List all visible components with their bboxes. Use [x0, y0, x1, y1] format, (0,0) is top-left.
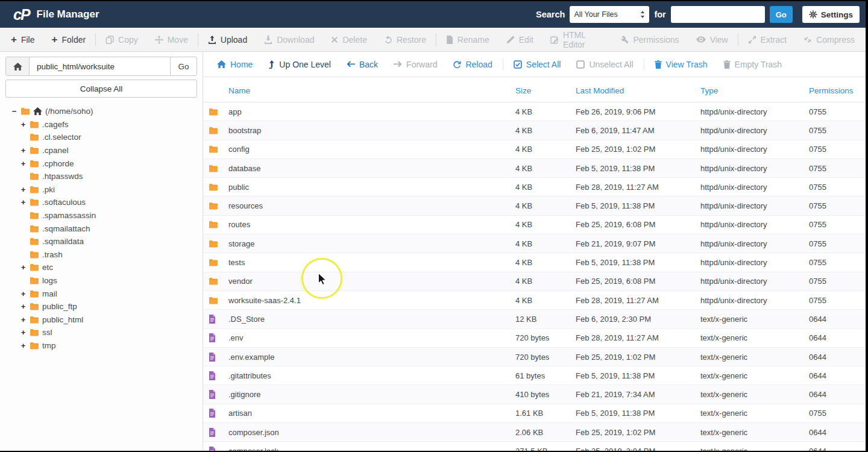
- table-row[interactable]: config 4 KB Feb 25, 2019, 1:02 PM httpd/…: [203, 140, 866, 159]
- expand-toggle-icon[interactable]: +: [20, 185, 27, 194]
- tree-item-softaculous[interactable]: + .softaculous: [5, 196, 197, 209]
- nav-button-view-trash[interactable]: View Trash: [647, 60, 715, 69]
- toolbar-button-rename[interactable]: Rename: [438, 28, 498, 51]
- table-row[interactable]: database 4 KB Feb 5, 2019, 11:38 PM http…: [203, 159, 866, 178]
- tree-item-logs[interactable]: logs: [5, 274, 197, 287]
- toolbar-divider: [95, 33, 96, 46]
- expand-toggle-icon[interactable]: +: [20, 315, 27, 324]
- toolbar-button-edit[interactable]: Edit: [498, 28, 542, 51]
- column-header-type[interactable]: Type: [700, 86, 809, 95]
- folder-icon: [203, 165, 228, 172]
- nav-button-up-one-level[interactable]: Up One Level: [260, 60, 339, 69]
- expand-toggle-icon[interactable]: +: [20, 328, 27, 337]
- key-icon: [620, 36, 629, 44]
- folder-icon: [203, 240, 228, 248]
- nav-button-back[interactable]: Back: [339, 60, 386, 69]
- toolbar-button-copy[interactable]: Copy: [97, 28, 146, 51]
- expand-toggle-icon[interactable]: +: [20, 120, 27, 129]
- toolbar-button-file[interactable]: + File: [2, 28, 43, 51]
- toolbar-button-upload[interactable]: Upload: [200, 28, 256, 51]
- toolbar-button-folder[interactable]: + Folder: [43, 28, 95, 51]
- nav-button-reload[interactable]: Reload: [445, 60, 500, 69]
- tree-item-cpanel[interactable]: + .cpanel: [5, 144, 197, 157]
- file-manager-app: cP File Manager Search All Your Files fo…: [0, 1, 866, 451]
- search-scope-select[interactable]: All Your Files: [570, 6, 649, 23]
- file-icon: [203, 447, 228, 451]
- settings-button[interactable]: Settings: [802, 6, 860, 23]
- expand-toggle-icon[interactable]: +: [20, 159, 27, 168]
- path-go-button[interactable]: Go: [170, 57, 197, 75]
- expand-toggle-icon[interactable]: +: [20, 289, 27, 298]
- tree-item-cl-selector[interactable]: .cl.selector: [5, 131, 197, 144]
- toolbar-button-restore[interactable]: Restore: [376, 28, 435, 51]
- tree-item-sqmailattach[interactable]: .sqmailattach: [5, 222, 197, 235]
- column-header-last-modified[interactable]: Last Modified: [576, 86, 700, 95]
- toolbar-divider: [198, 33, 198, 46]
- tree-item-etc[interactable]: + etc: [5, 261, 197, 274]
- toolbar-button-html-editor[interactable]: HTML Editor: [542, 28, 612, 51]
- expand-toggle-icon[interactable]: +: [20, 341, 27, 350]
- table-row[interactable]: bootstrap 4 KB Feb 6, 2019, 11:47 AM htt…: [203, 121, 866, 140]
- upload-icon: [208, 36, 216, 44]
- tree-item-pki[interactable]: + .pki: [5, 183, 197, 196]
- search-input[interactable]: [671, 6, 765, 23]
- table-row[interactable]: vendor 4 KB Feb 25, 2019, 6:08 PM httpd/…: [203, 272, 866, 291]
- table-row[interactable]: .DS_Store 12 KB Feb 6, 2019, 2:30 PM tex…: [203, 310, 866, 328]
- table-row[interactable]: .env.example 720 bytes Feb 25, 2019, 1:0…: [203, 348, 866, 366]
- tree-item-home-soho[interactable]: − (/home/soho): [5, 105, 197, 118]
- column-header-permissions[interactable]: Permissions: [809, 86, 866, 95]
- table-row[interactable]: artisan 1.61 KB Feb 5, 2019, 11:38 PM te…: [203, 404, 866, 423]
- table-row[interactable]: composer.json 2.06 KB Feb 25, 2019, 1:02…: [203, 423, 866, 442]
- toolbar-button-move[interactable]: Move: [146, 28, 197, 51]
- table-row[interactable]: .gitignore 410 bytes Feb 21, 2019, 7:34 …: [203, 385, 866, 404]
- tree-item-mail[interactable]: + mail: [5, 287, 197, 300]
- toolbar-button-extract[interactable]: Extract: [740, 28, 796, 51]
- path-input[interactable]: [30, 57, 170, 75]
- tree-item-spamassassin[interactable]: .spamassassin: [5, 209, 197, 222]
- tree-item-cagefs[interactable]: + .cagefs: [5, 118, 197, 131]
- extract-icon: [748, 36, 756, 44]
- toolbar-button-compress[interactable]: Compress: [795, 28, 863, 51]
- tree-item-ssl[interactable]: + ssl: [5, 326, 197, 339]
- html-editor-icon: [550, 36, 559, 44]
- table-row[interactable]: composer.lock 271.5 KB Feb 25, 2019, 3:0…: [203, 442, 866, 451]
- table-row[interactable]: app 4 KB Feb 26, 2019, 9:06 PM httpd/uni…: [203, 102, 866, 121]
- nav-button-home[interactable]: Home: [209, 60, 260, 69]
- tree-item-htpasswds[interactable]: .htpasswds: [5, 170, 197, 183]
- home-path-button[interactable]: [6, 57, 30, 75]
- toolbar-button-delete[interactable]: Delete: [322, 28, 375, 51]
- table-row[interactable]: .env 720 bytes Feb 28, 2019, 11:27 AM te…: [203, 329, 866, 348]
- table-row[interactable]: worksuite-saas-2.4.1 4 KB Feb 28, 2019, …: [203, 291, 866, 310]
- table-row[interactable]: storage 4 KB Feb 21, 2019, 9:07 PM httpd…: [203, 234, 866, 253]
- tree-item-cphorde[interactable]: + .cphorde: [5, 157, 197, 170]
- copy-icon: [105, 36, 114, 44]
- collapse-all-button[interactable]: Collapse All: [5, 80, 197, 98]
- toolbar-button-download[interactable]: Download: [256, 28, 322, 51]
- nav-button-select-all[interactable]: Select All: [506, 60, 569, 69]
- column-header-size[interactable]: Size: [515, 86, 576, 95]
- file-nav-bar: Home Up One Level Back Forward Reload Se…: [203, 52, 866, 77]
- table-row[interactable]: .gitattributes 61 bytes Feb 5, 2019, 11:…: [203, 366, 866, 385]
- search-label: Search: [536, 10, 565, 19]
- expand-toggle-icon[interactable]: +: [20, 263, 27, 272]
- table-row[interactable]: resources 4 KB Feb 5, 2019, 11:38 PM htt…: [203, 196, 866, 215]
- toolbar-button-permissions[interactable]: Permissions: [612, 28, 687, 51]
- table-row[interactable]: public 4 KB Feb 28, 2019, 11:27 AM httpd…: [203, 178, 866, 196]
- expand-toggle-icon[interactable]: +: [20, 146, 27, 155]
- tree-item-trash[interactable]: .trash: [5, 248, 197, 262]
- expand-toggle-icon[interactable]: +: [20, 302, 27, 311]
- column-header-name[interactable]: Name: [228, 86, 515, 95]
- tree-item-sqmaildata[interactable]: .sqmaildata: [5, 235, 197, 248]
- collapse-toggle-icon[interactable]: −: [11, 107, 17, 116]
- download-icon: [264, 36, 272, 44]
- table-row[interactable]: routes 4 KB Feb 25, 2019, 6:08 PM httpd/…: [203, 216, 866, 234]
- expand-toggle-icon[interactable]: +: [20, 198, 27, 207]
- plus-icon: +: [52, 34, 58, 45]
- toolbar-button-view[interactable]: View: [688, 28, 737, 51]
- search-go-button[interactable]: Go: [770, 6, 793, 23]
- tree-item-tmp[interactable]: + tmp: [5, 339, 197, 353]
- tree-item-public-ftp[interactable]: + public_ftp: [5, 300, 197, 313]
- gear-icon: [809, 10, 817, 19]
- table-row[interactable]: tests 4 KB Feb 5, 2019, 11:38 PM httpd/u…: [203, 253, 866, 272]
- tree-item-public-html[interactable]: + public_html: [5, 313, 197, 327]
